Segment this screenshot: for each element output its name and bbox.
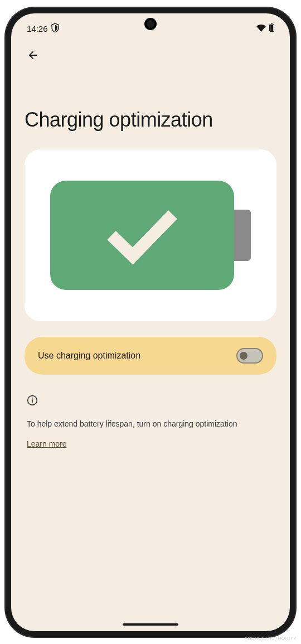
phone-frame: 14:26 bbox=[6, 8, 295, 637]
toggle-switch[interactable] bbox=[236, 348, 263, 364]
svg-rect-4 bbox=[32, 399, 33, 403]
toggle-label: Use charging optimization bbox=[38, 351, 140, 361]
status-time: 14:26 bbox=[27, 24, 48, 33]
svg-rect-2 bbox=[271, 23, 273, 25]
phone-screen: 14:26 bbox=[11, 13, 290, 631]
battery-status-icon bbox=[269, 23, 274, 34]
info-icon bbox=[27, 395, 274, 408]
watermark: ANDROID AUTHORITY bbox=[245, 636, 297, 641]
back-button[interactable] bbox=[25, 40, 276, 68]
svg-rect-1 bbox=[270, 25, 273, 31]
wifi-icon bbox=[256, 24, 266, 34]
camera-notch bbox=[144, 18, 157, 30]
svg-rect-5 bbox=[32, 398, 33, 399]
battery-illustration bbox=[50, 181, 251, 290]
charging-optimization-toggle-row[interactable]: Use charging optimization bbox=[25, 337, 276, 375]
arrow-back-icon bbox=[27, 49, 39, 61]
learn-more-link[interactable]: Learn more bbox=[27, 439, 67, 448]
info-text: To help extend battery lifespan, turn on… bbox=[27, 418, 274, 430]
checkmark-icon bbox=[100, 205, 184, 266]
battery-illustration-card bbox=[25, 149, 276, 321]
vpn-shield-icon bbox=[51, 23, 59, 35]
home-indicator[interactable] bbox=[123, 623, 178, 626]
page-title: Charging optimization bbox=[25, 108, 276, 132]
